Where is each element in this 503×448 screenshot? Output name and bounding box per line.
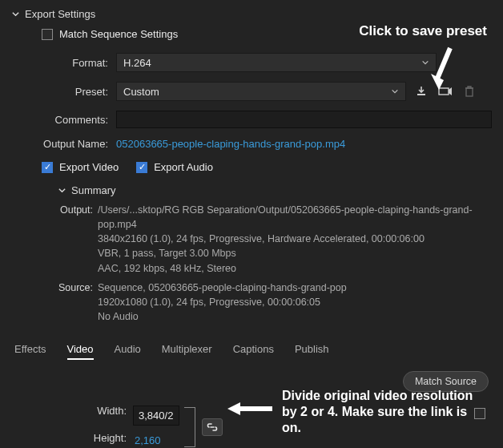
preset-dropdown[interactable]: Custom bbox=[116, 82, 406, 101]
summary-output-label: Output: bbox=[58, 203, 98, 276]
export-video-label: Export Video bbox=[59, 161, 119, 173]
svg-line-3 bbox=[437, 48, 450, 79]
chevron-down-icon bbox=[421, 57, 429, 69]
delete-preset-button[interactable] bbox=[461, 83, 478, 100]
summary-header[interactable]: Summary bbox=[58, 184, 492, 196]
save-preset-button[interactable] bbox=[412, 83, 430, 100]
svg-rect-0 bbox=[417, 94, 425, 95]
annotation-divide: Divide original video resolution by 2 or… bbox=[282, 388, 474, 436]
match-sequence-label: Match Sequence Settings bbox=[59, 28, 178, 40]
chevron-down-icon bbox=[58, 186, 66, 195]
export-video-checkbox[interactable] bbox=[42, 162, 53, 173]
link-toggle-button[interactable] bbox=[202, 418, 223, 436]
tab-captions[interactable]: Captions bbox=[233, 343, 274, 360]
preset-value: Custom bbox=[123, 86, 159, 98]
link-icon bbox=[206, 422, 219, 432]
export-settings-header[interactable]: Export Settings bbox=[11, 8, 492, 20]
width-label: Width: bbox=[14, 400, 127, 421]
export-settings-title: Export Settings bbox=[25, 8, 95, 20]
tab-multiplexer[interactable]: Multiplexer bbox=[162, 343, 212, 360]
summary-source-text: Sequence, 052063665-people-claping-hands… bbox=[98, 281, 492, 324]
annotation-save-preset: Click to save preset bbox=[359, 22, 487, 39]
export-audio-label: Export Audio bbox=[154, 161, 213, 173]
arrow-icon bbox=[429, 43, 461, 91]
arrow-icon bbox=[226, 401, 274, 417]
match-sequence-checkbox[interactable] bbox=[42, 29, 53, 40]
summary-output-text: /Users/...sktop/RG RGB Separation/Output… bbox=[98, 203, 492, 276]
comments-label: Comments: bbox=[16, 114, 116, 126]
export-audio-checkbox[interactable] bbox=[136, 162, 147, 173]
width-input[interactable] bbox=[133, 406, 179, 426]
output-name-label: Output Name: bbox=[16, 138, 116, 150]
summary-title: Summary bbox=[71, 184, 116, 196]
output-name-link[interactable]: 052063665-people-claping-hands-grand-pop… bbox=[116, 138, 345, 150]
svg-marker-6 bbox=[227, 402, 240, 415]
format-label: Format: bbox=[16, 57, 116, 69]
chevron-down-icon bbox=[391, 86, 399, 98]
chevron-down-icon bbox=[11, 10, 20, 18]
summary-source-label: Source: bbox=[58, 281, 98, 324]
tab-effects[interactable]: Effects bbox=[14, 343, 46, 360]
svg-rect-2 bbox=[466, 88, 473, 96]
tab-video[interactable]: Video bbox=[67, 343, 94, 360]
height-value[interactable]: 2,160 bbox=[133, 434, 161, 446]
link-bracket bbox=[184, 407, 195, 447]
tabs-bar: Effects Video Audio Multiplexer Captions… bbox=[0, 335, 503, 371]
comments-input[interactable] bbox=[116, 111, 492, 128]
height-label: Height: bbox=[14, 427, 127, 448]
format-value: H.264 bbox=[123, 57, 151, 69]
tab-audio[interactable]: Audio bbox=[115, 343, 141, 360]
match-source-dim-checkbox[interactable] bbox=[474, 408, 485, 419]
preset-label: Preset: bbox=[16, 86, 116, 98]
tab-publish[interactable]: Publish bbox=[295, 343, 329, 360]
format-dropdown[interactable]: H.264 bbox=[116, 53, 437, 72]
